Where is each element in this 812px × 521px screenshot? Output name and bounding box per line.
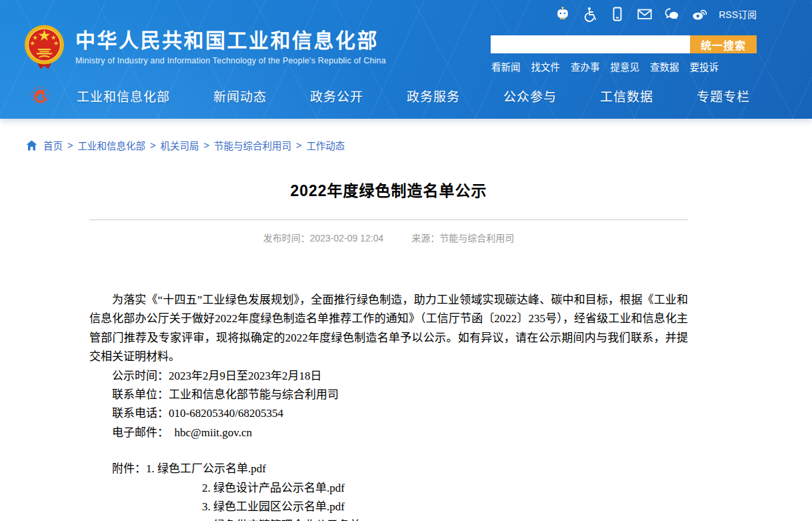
breadcrumb-separator: > xyxy=(203,140,209,151)
rss-link[interactable]: RSS订阅 xyxy=(719,7,757,21)
miit-swirl-logo-icon xyxy=(29,84,52,107)
nav-item-participation[interactable]: 公众参与 xyxy=(503,87,557,105)
attachment-line-1: 附件：1. 绿色工厂公示名单.pdf xyxy=(89,460,688,478)
quick-link-data[interactable]: 查数据 xyxy=(650,59,679,73)
title-divider xyxy=(89,219,688,220)
nav-item-services[interactable]: 政务服务 xyxy=(407,87,460,105)
quick-link-suggest[interactable]: 提意见 xyxy=(611,59,640,73)
site-title: 中华人民共和国工业和信息化部 xyxy=(75,29,386,52)
search-button[interactable]: 统一搜索 xyxy=(690,35,757,53)
quick-link-complaint[interactable]: 要投诉 xyxy=(690,59,719,73)
quick-link-services[interactable]: 查办事 xyxy=(571,59,600,73)
attachment-link-4[interactable]: 4. 绿色供应链管理企业公示名单.pdf xyxy=(202,516,688,521)
article-meta: 发布时间：2023-02-09 12:04来源：节能与综合利用司 xyxy=(89,231,688,244)
search-input[interactable] xyxy=(491,35,690,53)
source-value: 节能与综合利用司 xyxy=(439,233,514,243)
quick-link-files[interactable]: 找文件 xyxy=(531,59,561,73)
nav-item-miit[interactable]: 工业和信息化部 xyxy=(77,87,170,105)
publish-time-label: 发布时间： xyxy=(263,233,310,243)
article-body: 为落实《“十四五”工业绿色发展规划》，全面推行绿色制造，助力工业领域实现碳达峰、… xyxy=(89,291,688,521)
nav-item-news[interactable]: 新闻动态 xyxy=(213,87,267,105)
quick-links: 看新闻 找文件 查办事 提意见 查数据 要投诉 xyxy=(491,59,719,73)
home-icon[interactable] xyxy=(26,140,37,151)
ai-assistant-icon[interactable] xyxy=(555,6,571,22)
topbar: RSS订阅 xyxy=(555,6,757,22)
nav-item-data[interactable]: 工信数据 xyxy=(600,87,653,105)
nav-item-special[interactable]: 专题专栏 xyxy=(697,87,750,105)
main-nav: 工业和信息化部 新闻动态 政务公开 政务服务 公众参与 工信数据 专题专栏 xyxy=(77,87,750,105)
breadcrumb: 首页 > 工业和信息化部 > 机关司局 > 节能与综合利用司 > 工作动态 xyxy=(0,119,812,152)
brand: 中华人民共和国工业和信息化部 Ministry of Industry and … xyxy=(23,24,386,71)
breadcrumb-separator: > xyxy=(150,140,155,151)
breadcrumb-separator: > xyxy=(67,140,73,151)
notice-period-line: 公示时间：2023年2月9日至2023年2月18日 xyxy=(89,367,688,386)
site-header: RSS订阅 中华人民共和国工业和信息化部 Ministry of Industr… xyxy=(0,0,812,119)
source-label: 来源： xyxy=(411,233,439,243)
wechat-icon[interactable] xyxy=(664,6,680,22)
quick-link-news[interactable]: 看新闻 xyxy=(491,59,521,73)
attachments-label: 附件： xyxy=(112,462,146,475)
accessibility-icon[interactable] xyxy=(582,6,598,22)
search-area: 统一搜索 xyxy=(491,35,757,53)
article: 2022年度绿色制造名单公示 发布时间：2023-02-09 12:04来源：节… xyxy=(89,181,688,521)
brand-text: 中华人民共和国工业和信息化部 Ministry of Industry and … xyxy=(75,29,386,65)
contact-email-line: 电子邮件： hbc@miit.gov.cn xyxy=(89,424,688,442)
article-title: 2022年度绿色制造名单公示 xyxy=(89,181,688,201)
national-emblem-icon xyxy=(23,24,65,71)
site-subtitle: Ministry of Industry and Information Tec… xyxy=(75,56,386,65)
article-paragraph: 为落实《“十四五”工业绿色发展规划》，全面推行绿色制造，助力工业领域实现碳达峰、… xyxy=(89,291,688,367)
breadcrumb-item-energy-dept[interactable]: 节能与综合利用司 xyxy=(214,138,291,152)
attachment-link-2[interactable]: 2. 绿色设计产品公示名单.pdf xyxy=(202,479,688,498)
publish-time-value: 2023-02-09 12:04 xyxy=(310,233,384,243)
breadcrumb-item-miit[interactable]: 工业和信息化部 xyxy=(77,138,145,152)
mobile-icon[interactable] xyxy=(609,6,625,22)
weibo-icon[interactable] xyxy=(691,6,707,22)
breadcrumb-item-work-trends[interactable]: 工作动态 xyxy=(306,138,345,152)
breadcrumb-item-departments[interactable]: 机关司局 xyxy=(160,138,199,152)
attachment-link-3[interactable]: 3. 绿色工业园区公示名单.pdf xyxy=(202,498,688,516)
mail-icon[interactable] xyxy=(637,6,653,22)
contact-unit-line: 联系单位：工业和信息化部节能与综合利用司 xyxy=(89,386,688,404)
breadcrumb-home[interactable]: 首页 xyxy=(43,138,63,152)
breadcrumb-separator: > xyxy=(296,140,301,151)
attachment-link-1[interactable]: 1. 绿色工厂公示名单.pdf xyxy=(146,462,266,475)
nav-item-disclosure[interactable]: 政务公开 xyxy=(310,87,363,105)
contact-phone-line: 联系电话：010-68205340/68205354 xyxy=(89,404,688,423)
